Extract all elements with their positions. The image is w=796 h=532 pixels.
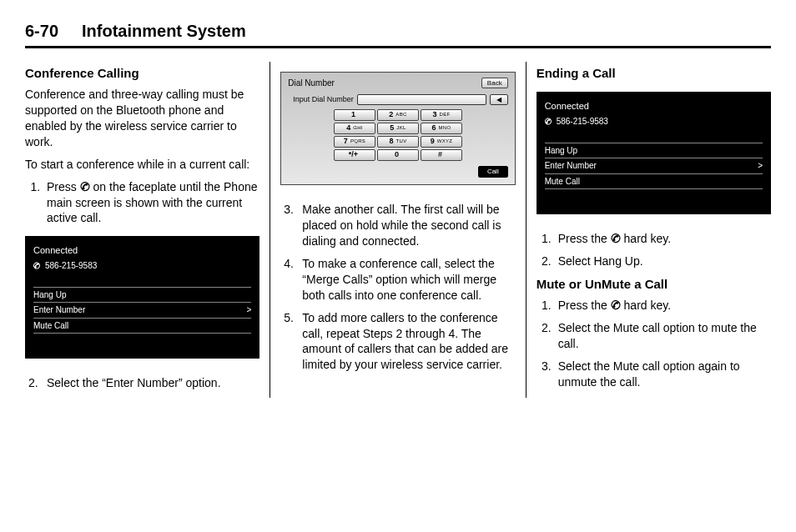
paragraph: Conference and three-way calling must be… — [25, 87, 259, 150]
document-title: Infotainment System — [82, 20, 246, 43]
key-7[interactable]: 7PQRS — [334, 136, 375, 148]
ordered-list: Press ✆ on the faceplate until the Phone… — [25, 179, 259, 227]
ordered-list-continued: 2.Select the “Enter Number” option. — [25, 375, 259, 391]
page-number: 6-70 — [25, 20, 58, 43]
key-4[interactable]: 4GHI — [334, 123, 375, 134]
figure-connected-screen: Connected ✆ 586-215-9583 Hang Up Enter N… — [537, 92, 771, 214]
menu-item-mute-call[interactable]: Mute Call — [33, 318, 251, 334]
key-9[interactable]: 9WXYZ — [421, 136, 462, 148]
text: Press — [47, 180, 80, 193]
ordered-list-continued: 3.Make another call. The first call will… — [280, 202, 515, 373]
list-item: Select the Mute call option again to unm… — [555, 359, 771, 390]
text: Press the — [558, 232, 611, 245]
call-button[interactable]: Call — [478, 166, 508, 178]
list-item: Press ✆ on the faceplate until the Phone… — [43, 179, 259, 227]
ordered-list: Press the ✆ hard key. Select Hang Up. — [537, 231, 771, 269]
text: Press the — [558, 299, 611, 312]
input-label: Input Dial Number — [293, 94, 354, 104]
figure-dial-number-screen: Dial Number Back Input Dial Number ◀ 1 2… — [280, 72, 515, 185]
phone-icon: ✆ — [32, 259, 41, 272]
list-item: Press the ✆ hard key. — [555, 231, 771, 247]
text: hard key. — [621, 232, 671, 245]
key-hash[interactable]: # — [421, 149, 462, 161]
paragraph: To start a conference while in a current… — [25, 157, 259, 173]
list-item: Select Hang Up. — [555, 253, 771, 269]
text: hard key. — [621, 299, 671, 312]
ordered-list: Press the ✆ hard key. Select the Mute ca… — [537, 298, 771, 389]
screen-title: Dial Number — [288, 78, 335, 89]
heading-mute-unmute: Mute or UnMute a Call — [537, 276, 771, 293]
key-8[interactable]: 8TUV — [377, 136, 419, 148]
key-3[interactable]: 3DEF — [421, 109, 462, 121]
phone-icon: ✆ — [543, 115, 552, 128]
content-columns: Conference Calling Conference and three-… — [25, 62, 771, 398]
menu-item-hang-up[interactable]: Hang Up — [33, 287, 251, 303]
menu-item-enter-number[interactable]: Enter Number> — [545, 158, 763, 173]
key-6[interactable]: 6MNO — [421, 123, 462, 134]
screen-title: Connected — [545, 100, 763, 113]
column-2: Dial Number Back Input Dial Number ◀ 1 2… — [270, 62, 525, 398]
heading-ending-a-call: Ending a Call — [537, 65, 771, 82]
key-5[interactable]: 5JKL — [377, 123, 419, 134]
key-0[interactable]: 0 — [377, 149, 419, 161]
back-button[interactable]: Back — [481, 78, 508, 88]
key-1[interactable]: 1 — [334, 109, 375, 121]
column-3: Ending a Call Connected ✆ 586-215-9583 H… — [526, 62, 771, 398]
screen-title: Connected — [33, 244, 251, 257]
list-item: 3.Make another call. The first call will… — [280, 202, 515, 249]
list-item: 4.To make a conference call, select the … — [280, 256, 515, 304]
key-2[interactable]: 2ABC — [377, 109, 419, 121]
menu-item-mute-call[interactable]: Mute Call — [545, 173, 763, 190]
phone-number-row: ✆ 586-215-9583 — [33, 260, 251, 272]
column-1: Conference Calling Conference and three-… — [25, 62, 270, 398]
list-item: Press the ✆ hard key. — [555, 298, 771, 314]
figure-connected-screen: Connected ✆ 586-215-9583 Hang Up Enter N… — [25, 236, 259, 359]
backspace-button[interactable]: ◀ — [490, 94, 508, 105]
phone-number: 586-215-9583 — [557, 116, 608, 128]
list-item: 5.To add more callers to the conference … — [280, 310, 515, 374]
list-item: Select the Mute call option to mute the … — [555, 320, 771, 352]
chevron-right-icon: > — [758, 160, 763, 172]
key-star[interactable]: */+ — [334, 149, 375, 161]
menu-item-enter-number[interactable]: Enter Number> — [33, 302, 251, 318]
heading-conference-calling: Conference Calling — [25, 65, 259, 82]
phone-number: 586-215-9583 — [45, 260, 97, 272]
list-item: 2.Select the “Enter Number” option. — [25, 375, 259, 391]
chevron-right-icon: > — [246, 304, 251, 316]
menu-item-hang-up[interactable]: Hang Up — [545, 143, 763, 158]
keypad: 1 2ABC 3DEF 4GHI 5JKL 6MNO 7PQRS 8TUV 9W… — [288, 109, 507, 161]
page-header: 6-70 Infotainment System — [25, 20, 771, 48]
dial-input[interactable] — [357, 94, 486, 105]
phone-number-row: ✆ 586-215-9583 — [545, 116, 763, 128]
